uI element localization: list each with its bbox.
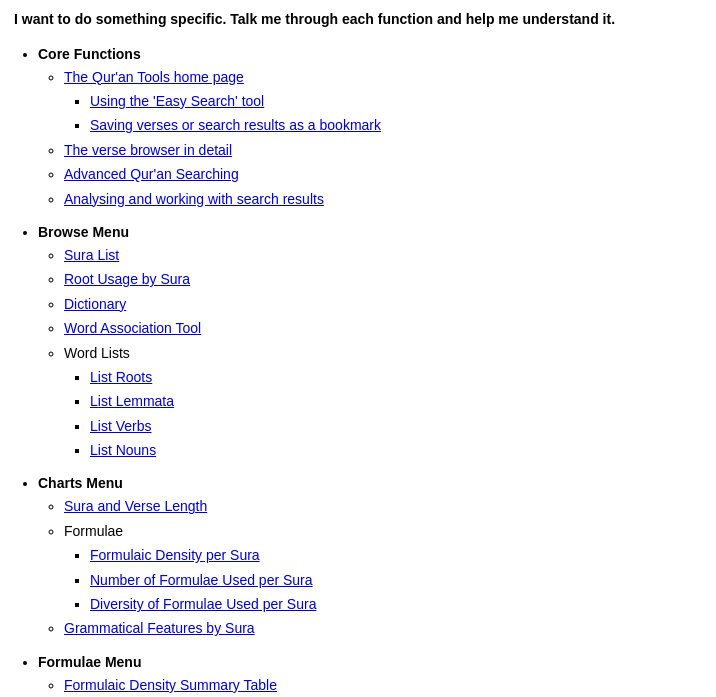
link-2-0[interactable]: Sura and Verse Length: [64, 498, 207, 514]
second-level-list-2: Sura and Verse LengthFormulaeFormulaic D…: [38, 495, 702, 639]
section-label-2: Charts Menu: [38, 475, 123, 491]
list-item-1-0: Sura List: [64, 244, 702, 266]
second-level-list-0: The Qur'an Tools home pageUsing the 'Eas…: [38, 66, 702, 210]
list-item-0-3: Analysing and working with search result…: [64, 188, 702, 210]
section-item-1: Browse MenuSura ListRoot Usage by SuraDi…: [38, 224, 702, 462]
link-1-0[interactable]: Sura List: [64, 247, 119, 263]
sub-item-2-1-2: Diversity of Formulae Used per Sura: [90, 593, 702, 615]
link-1-2[interactable]: Dictionary: [64, 296, 126, 312]
sub-link-1-4-2[interactable]: List Verbs: [90, 418, 151, 434]
section-item-3: Formulae MenuFormulaic Density Summary T…: [38, 654, 702, 697]
section-label-1: Browse Menu: [38, 224, 129, 240]
list-item-3-0: Formulaic Density Summary Table: [64, 674, 702, 696]
sub-item-1-4-2: List Verbs: [90, 415, 702, 437]
plain-label-1-4: Word Lists: [64, 345, 130, 361]
sub-item-0-0-1: Saving verses or search results as a boo…: [90, 114, 702, 136]
list-item-2-1: FormulaeFormulaic Density per SuraNumber…: [64, 520, 702, 616]
sub-item-1-4-1: List Lemmata: [90, 390, 702, 412]
sub-item-2-1-1: Number of Formulae Used per Sura: [90, 569, 702, 591]
section-label-0: Core Functions: [38, 46, 141, 62]
sub-item-1-4-0: List Roots: [90, 366, 702, 388]
link-0-3[interactable]: Analysing and working with search result…: [64, 191, 324, 207]
plain-label-2-1: Formulae: [64, 523, 123, 539]
section-label-3: Formulae Menu: [38, 654, 141, 670]
sub-item-2-1-0: Formulaic Density per Sura: [90, 544, 702, 566]
link-2-2[interactable]: Grammatical Features by Sura: [64, 620, 255, 636]
sub-link-1-4-3[interactable]: List Nouns: [90, 442, 156, 458]
link-3-0[interactable]: Formulaic Density Summary Table: [64, 677, 277, 693]
third-level-list-0-0: Using the 'Easy Search' toolSaving verse…: [64, 90, 702, 137]
section-item-0: Core FunctionsThe Qur'an Tools home page…: [38, 46, 702, 210]
sub-link-0-0-1[interactable]: Saving verses or search results as a boo…: [90, 117, 381, 133]
third-level-list-1-4: List RootsList LemmataList VerbsList Nou…: [64, 366, 702, 462]
main-list: Core FunctionsThe Qur'an Tools home page…: [14, 46, 702, 697]
link-0-2[interactable]: Advanced Qur'an Searching: [64, 166, 239, 182]
sub-item-0-0-0: Using the 'Easy Search' tool: [90, 90, 702, 112]
sub-link-1-4-0[interactable]: List Roots: [90, 369, 152, 385]
sub-link-2-1-0[interactable]: Formulaic Density per Sura: [90, 547, 260, 563]
list-item-0-2: Advanced Qur'an Searching: [64, 163, 702, 185]
intro-text: I want to do something specific. Talk me…: [14, 10, 702, 30]
list-item-2-0: Sura and Verse Length: [64, 495, 702, 517]
list-item-1-2: Dictionary: [64, 293, 702, 315]
link-1-1[interactable]: Root Usage by Sura: [64, 271, 190, 287]
sub-link-0-0-0[interactable]: Using the 'Easy Search' tool: [90, 93, 264, 109]
list-item-1-4: Word ListsList RootsList LemmataList Ver…: [64, 342, 702, 462]
sub-item-1-4-3: List Nouns: [90, 439, 702, 461]
list-item-2-2: Grammatical Features by Sura: [64, 617, 702, 639]
link-0-1[interactable]: The verse browser in detail: [64, 142, 232, 158]
sub-link-2-1-2[interactable]: Diversity of Formulae Used per Sura: [90, 596, 316, 612]
list-item-0-1: The verse browser in detail: [64, 139, 702, 161]
list-item-1-1: Root Usage by Sura: [64, 268, 702, 290]
sub-link-1-4-1[interactable]: List Lemmata: [90, 393, 174, 409]
list-item-0-0: The Qur'an Tools home pageUsing the 'Eas…: [64, 66, 702, 137]
sub-link-2-1-1[interactable]: Number of Formulae Used per Sura: [90, 572, 313, 588]
second-level-list-3: Formulaic Density Summary TableFormulaic…: [38, 674, 702, 697]
second-level-list-1: Sura ListRoot Usage by SuraDictionaryWor…: [38, 244, 702, 462]
list-item-1-3: Word Association Tool: [64, 317, 702, 339]
link-0-0[interactable]: The Qur'an Tools home page: [64, 69, 244, 85]
section-item-2: Charts MenuSura and Verse LengthFormulae…: [38, 475, 702, 639]
third-level-list-2-1: Formulaic Density per SuraNumber of Form…: [64, 544, 702, 615]
link-1-3[interactable]: Word Association Tool: [64, 320, 201, 336]
